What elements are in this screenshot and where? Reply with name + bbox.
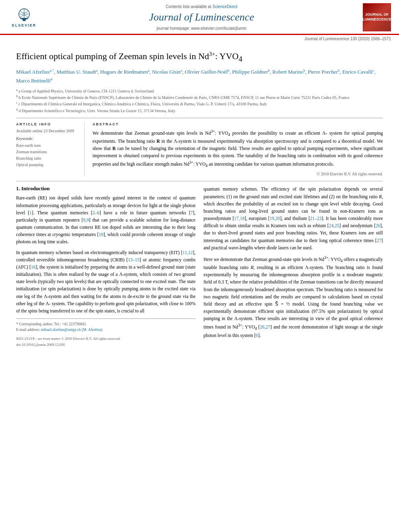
body-right: quantum memory schemes. The efficiency o…	[204, 185, 383, 347]
keyword-1: Rare-earth ions	[16, 142, 78, 149]
homepage-line: journal homepage: www.elsevier.com/locat…	[40, 25, 363, 31]
authors: Mikael Afzeliusa,*, Matthias U. Staudta,…	[16, 68, 383, 85]
abstract-label: ABSTRACT	[93, 122, 383, 126]
info-abstract-cols: ARTICLE INFO Available online 23 Decembe…	[16, 122, 383, 176]
elsevier-logo: ELSEVIER	[8, 6, 40, 29]
abstract-text: We demonstrate that Zeeman ground-state …	[93, 129, 383, 168]
footnote-divider	[16, 318, 195, 319]
article-info: ARTICLE INFO Available online 23 Decembe…	[16, 122, 84, 176]
abstract-col: ABSTRACT We demonstrate that Zeeman grou…	[93, 122, 383, 176]
contents-line: Contents lists available at ScienceDirec…	[40, 3, 363, 10]
section1-para2: In quantum memory schemes based on elect…	[16, 249, 195, 314]
elsevier-text: ELSEVIER	[12, 23, 37, 27]
keyword-4: Optical pumping	[16, 162, 78, 168]
journal-badge: JOURNAL OFLUMINESCENCE	[363, 3, 391, 31]
body-divider	[16, 181, 383, 181]
section1-para1: Rare-earth (RE) ion doped solids have re…	[16, 194, 195, 245]
copyright-line: © 2010 Elsevier B.V. All rights reserved…	[93, 172, 383, 176]
divider-1	[16, 118, 383, 118]
page: ELSEVIER Contents lists available at Sci…	[0, 0, 399, 532]
bottom-info: 0022-2313/$ - see front matter © 2010 El…	[16, 336, 195, 347]
article-title: Efficient optical pumping of Zeeman spin…	[16, 51, 383, 64]
keyword-3: Branching ratio	[16, 155, 78, 162]
affiliations: a a Group of Applied Physics, University…	[16, 88, 383, 114]
journal-center: Contents lists available at ScienceDirec…	[40, 3, 363, 31]
available-online: Available online 23 December 2009	[16, 129, 78, 133]
footnote-email: E-mail address: mikael.afzelius@unige.ch…	[16, 327, 195, 333]
journal-number-line: Journal of Luminescence 130 (2010) 1566–…	[0, 35, 399, 41]
journal-header: ELSEVIER Contents lists available at Sci…	[0, 0, 399, 35]
journal-title: Journal of Luminescence	[40, 11, 363, 23]
body-left: 1. Introduction Rare-earth (RE) ion dope…	[16, 185, 195, 347]
section1-right-para1: quantum memory schemes. The efficiency o…	[204, 185, 383, 251]
main-content: Efficient optical pumping of Zeeman spin…	[0, 41, 399, 355]
keyword-2: Zeeman transitions	[16, 149, 78, 155]
footnote-corresponding: * Corresponding author. Tel.: +41 223796…	[16, 321, 195, 327]
body-columns: 1. Introduction Rare-earth (RE) ion dope…	[16, 185, 383, 347]
keywords-label: Keywords:	[16, 136, 78, 141]
section1-heading: 1. Introduction	[16, 185, 195, 192]
section1-right-para2: Here we demonstrate that Zeeman ground-s…	[204, 255, 383, 339]
article-info-label: ARTICLE INFO	[16, 122, 78, 126]
